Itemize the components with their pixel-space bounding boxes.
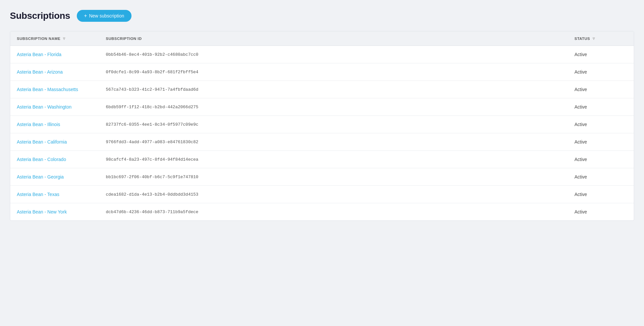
name-filter-icon[interactable]: ▿ — [63, 36, 66, 41]
status-filter-icon[interactable]: ▿ — [593, 36, 595, 41]
new-subscription-label: New subscription — [89, 13, 124, 18]
subscription-name-cell: Asteria Bean - Texas — [10, 186, 99, 203]
subscriptions-table-container: SUBSCRIPTION NAME ▿ SUBSCRIPTION ID STAT… — [10, 31, 634, 221]
subscription-name-cell: Asteria Bean - Illinois — [10, 116, 99, 133]
subscription-name-link[interactable]: Asteria Bean - Arizona — [17, 69, 63, 75]
col-id-label: SUBSCRIPTION ID — [106, 37, 142, 41]
table-row: Asteria Bean - Florida0bb54b46-8ec4-401b… — [10, 46, 634, 63]
subscription-name-link[interactable]: Asteria Bean - Florida — [17, 52, 61, 57]
col-name-label: SUBSCRIPTION NAME — [17, 37, 60, 41]
subscription-status-cell: Active — [568, 133, 634, 151]
table-row: Asteria Bean - New Yorkdcb47d6b-4236-46d… — [10, 203, 634, 221]
table-header-row: SUBSCRIPTION NAME ▿ SUBSCRIPTION ID STAT… — [10, 31, 634, 46]
subscription-status-cell: Active — [568, 168, 634, 186]
col-header-name: SUBSCRIPTION NAME ▿ — [10, 31, 99, 46]
subscription-id-cell: 6bdb59ff-1f12-418c-b2bd-442a2066d275 — [99, 98, 568, 116]
subscription-status-cell: Active — [568, 46, 634, 63]
subscription-id-cell: bb1bc697-2f06-40bf-b6c7-5c9f1e747810 — [99, 168, 568, 186]
table-row: Asteria Bean - Texascdea1682-d1da-4e13-b… — [10, 186, 634, 203]
subscription-id-cell: 82737fc6-0355-4ee1-8c34-0f5977c09e9c — [99, 116, 568, 133]
subscription-status-cell: Active — [568, 203, 634, 221]
subscription-name-cell: Asteria Bean - Colorado — [10, 151, 99, 168]
subscription-id-cell: 0f0dcfe1-8c99-4a93-8b2f-681f2fbff5e4 — [99, 63, 568, 81]
table-row: Asteria Bean - Massachusetts567ca743-b32… — [10, 81, 634, 98]
subscription-name-cell: Asteria Bean - Arizona — [10, 63, 99, 81]
subscription-id-cell: 9766fdd3-4add-4977-a083-e84761830c82 — [99, 133, 568, 151]
subscription-name-cell: Asteria Bean - New York — [10, 203, 99, 221]
new-subscription-button[interactable]: + New subscription — [77, 10, 132, 22]
subscription-name-cell: Asteria Bean - Georgia — [10, 168, 99, 186]
subscription-name-link[interactable]: Asteria Bean - Washington — [17, 104, 72, 110]
subscription-name-link[interactable]: Asteria Bean - Colorado — [17, 157, 66, 162]
subscriptions-table: SUBSCRIPTION NAME ▿ SUBSCRIPTION ID STAT… — [10, 31, 634, 220]
table-row: Asteria Bean - Illinois82737fc6-0355-4ee… — [10, 116, 634, 133]
subscription-id-cell: 98cafcf4-8a23-497c-8fd4-94f84d14ecea — [99, 151, 568, 168]
subscription-status-cell: Active — [568, 186, 634, 203]
table-body: Asteria Bean - Florida0bb54b46-8ec4-401b… — [10, 46, 634, 221]
table-row: Asteria Bean - Colorado98cafcf4-8a23-497… — [10, 151, 634, 168]
col-status-label: STATUS — [574, 37, 590, 41]
subscription-name-link[interactable]: Asteria Bean - Illinois — [17, 122, 60, 127]
page-title: Subscriptions — [10, 11, 70, 21]
subscription-status-cell: Active — [568, 116, 634, 133]
subscription-id-cell: 0bb54b46-8ec4-401b-92b2-c4680abc7cc0 — [99, 46, 568, 63]
subscription-name-link[interactable]: Asteria Bean - Massachusetts — [17, 87, 78, 92]
subscription-status-cell: Active — [568, 63, 634, 81]
subscription-name-link[interactable]: Asteria Bean - Texas — [17, 192, 59, 197]
subscription-status-cell: Active — [568, 98, 634, 116]
subscription-id-cell: cdea1682-d1da-4e13-b2b4-0ddbdd3d4153 — [99, 186, 568, 203]
plus-icon: + — [84, 13, 87, 18]
table-row: Asteria Bean - Arizona0f0dcfe1-8c99-4a93… — [10, 63, 634, 81]
table-row: Asteria Bean - Washington6bdb59ff-1f12-4… — [10, 98, 634, 116]
col-header-status: STATUS ▿ — [568, 31, 634, 46]
subscription-status-cell: Active — [568, 151, 634, 168]
subscription-name-cell: Asteria Bean - Washington — [10, 98, 99, 116]
page-container: Subscriptions + New subscription SUBSCRI… — [0, 0, 644, 326]
subscription-name-cell: Asteria Bean - Massachusetts — [10, 81, 99, 98]
subscription-id-cell: dcb47d6b-4236-46dd-b873-711b9a5fdece — [99, 203, 568, 221]
table-row: Asteria Bean - Georgiabb1bc697-2f06-40bf… — [10, 168, 634, 186]
col-header-id: SUBSCRIPTION ID — [99, 31, 568, 46]
subscription-status-cell: Active — [568, 81, 634, 98]
subscription-name-link[interactable]: Asteria Bean - California — [17, 139, 67, 145]
subscription-name-cell: Asteria Bean - California — [10, 133, 99, 151]
subscription-id-cell: 567ca743-b323-41c2-9471-7a4fbfdaad6d — [99, 81, 568, 98]
page-header: Subscriptions + New subscription — [10, 10, 634, 22]
subscription-name-link[interactable]: Asteria Bean - New York — [17, 209, 67, 214]
table-row: Asteria Bean - California9766fdd3-4add-4… — [10, 133, 634, 151]
subscription-name-link[interactable]: Asteria Bean - Georgia — [17, 174, 64, 179]
subscription-name-cell: Asteria Bean - Florida — [10, 46, 99, 63]
